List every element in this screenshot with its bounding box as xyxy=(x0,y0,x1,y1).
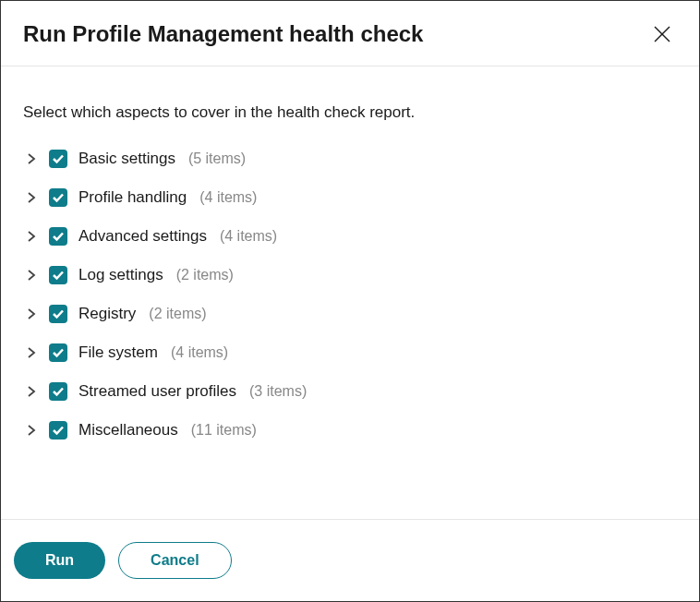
item-count: (3 items) xyxy=(249,383,307,400)
close-icon xyxy=(651,23,673,45)
item-label: Miscellaneous xyxy=(78,421,178,439)
chevron-right-icon xyxy=(27,307,36,320)
checkmark-icon xyxy=(52,346,65,359)
item-label: Streamed user profiles xyxy=(78,382,236,401)
item-count: (2 items) xyxy=(149,306,206,322)
dialog-title: Run Profile Management health check xyxy=(23,21,423,47)
checkmark-icon xyxy=(52,307,65,320)
item-label: Basic settings xyxy=(78,150,175,168)
list-item: Log settings (2 items) xyxy=(23,266,677,284)
chevron-right-icon xyxy=(27,385,36,398)
list-item: Miscellaneous (11 items) xyxy=(23,421,677,439)
dialog-footer: Run Cancel xyxy=(1,519,699,601)
expand-toggle[interactable] xyxy=(23,150,40,167)
list-item: Basic settings (5 items) xyxy=(23,150,677,168)
item-count: (4 items) xyxy=(220,228,277,245)
checkbox[interactable] xyxy=(49,343,67,362)
run-button[interactable]: Run xyxy=(14,542,105,579)
item-count: (5 items) xyxy=(188,150,246,167)
list-item: Streamed user profiles (3 items) xyxy=(23,382,677,401)
item-label: Log settings xyxy=(78,266,163,284)
checkbox[interactable] xyxy=(49,421,67,439)
instruction-text: Select which aspects to cover in the hea… xyxy=(23,103,677,122)
chevron-right-icon xyxy=(27,269,36,282)
item-count: (4 items) xyxy=(171,344,228,361)
chevron-right-icon xyxy=(27,191,36,204)
expand-toggle[interactable] xyxy=(23,422,40,439)
expand-toggle[interactable] xyxy=(23,344,40,361)
item-label: File system xyxy=(78,343,158,362)
list-item: File system (4 items) xyxy=(23,343,677,362)
checkmark-icon xyxy=(52,385,65,398)
checkmark-icon xyxy=(52,424,65,437)
item-count: (4 items) xyxy=(199,189,257,206)
expand-toggle[interactable] xyxy=(23,189,40,206)
item-label: Registry xyxy=(78,305,136,323)
expand-toggle[interactable] xyxy=(23,267,40,283)
checkbox[interactable] xyxy=(49,382,67,401)
item-count: (2 items) xyxy=(176,267,234,283)
checkbox[interactable] xyxy=(49,266,67,284)
list-item: Profile handling (4 items) xyxy=(23,188,677,207)
chevron-right-icon xyxy=(27,424,36,437)
checkmark-icon xyxy=(52,152,65,165)
chevron-right-icon xyxy=(27,230,36,243)
list-item: Registry (2 items) xyxy=(23,305,677,323)
item-list: Basic settings (5 items) Profile handlin… xyxy=(23,150,677,439)
dialog-content: Select which aspects to cover in the hea… xyxy=(1,66,699,519)
chevron-right-icon xyxy=(27,346,36,359)
checkbox[interactable] xyxy=(49,305,67,323)
dialog-header: Run Profile Management health check xyxy=(1,1,699,66)
chevron-right-icon xyxy=(27,152,36,165)
checkmark-icon xyxy=(52,230,65,243)
checkbox[interactable] xyxy=(49,227,67,246)
item-label: Profile handling xyxy=(78,188,187,207)
checkbox[interactable] xyxy=(49,188,67,207)
close-button[interactable] xyxy=(647,19,677,49)
cancel-button[interactable]: Cancel xyxy=(118,542,231,579)
list-item: Advanced settings (4 items) xyxy=(23,227,677,246)
expand-toggle[interactable] xyxy=(23,306,40,322)
checkmark-icon xyxy=(52,269,65,282)
checkmark-icon xyxy=(52,191,65,204)
item-count: (11 items) xyxy=(191,422,257,439)
expand-toggle[interactable] xyxy=(23,383,40,400)
item-label: Advanced settings xyxy=(78,227,207,246)
checkbox[interactable] xyxy=(49,150,67,168)
expand-toggle[interactable] xyxy=(23,228,40,245)
